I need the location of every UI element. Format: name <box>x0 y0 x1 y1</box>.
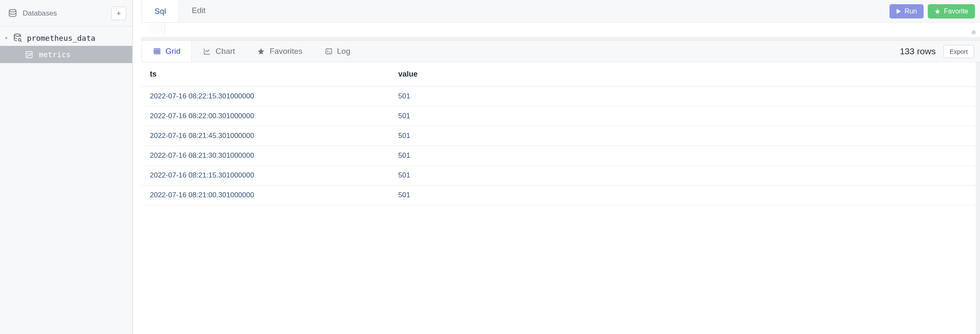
svg-point-1 <box>14 34 21 37</box>
results-header: Grid Chart Favorites <box>141 40 980 62</box>
cell-ts: 2022-07-16 08:21:45.301000000 <box>141 126 390 146</box>
results-tab-chart[interactable]: Chart <box>192 41 246 62</box>
tab-sql[interactable]: Sql <box>142 0 179 22</box>
main-panel: Sql Edit Run Favorite <box>133 0 980 334</box>
terminal-icon <box>325 48 333 55</box>
run-button-label: Run <box>905 8 917 15</box>
play-icon <box>896 9 901 14</box>
top-toolbar: Sql Edit Run Favorite <box>141 0 980 23</box>
add-database-button[interactable]: + <box>111 7 126 20</box>
table-row[interactable]: 2022-07-16 08:21:45.301000000501 <box>141 126 976 146</box>
tree-child-label: metrics <box>39 50 71 59</box>
sidebar-header-left: Databases <box>8 9 57 18</box>
favorite-button[interactable]: Favorite <box>928 4 975 19</box>
cell-value: 501 <box>390 186 976 205</box>
tree-node-database[interactable]: ▼ prometheus_data <box>0 30 132 46</box>
results-table: ts value 2022-07-16 08:22:15.30100000050… <box>141 62 976 205</box>
favorite-button-label: Favorite <box>944 8 968 15</box>
table-row[interactable]: 2022-07-16 08:21:00.301000000501 <box>141 186 976 205</box>
results-tabs: Grid Chart Favorites <box>141 41 361 62</box>
cell-value: 501 <box>390 126 976 146</box>
table-row[interactable]: 2022-07-16 08:22:15.301000000501 <box>141 87 976 106</box>
tab-edit[interactable]: Edit <box>179 0 218 22</box>
svg-rect-5 <box>326 49 332 54</box>
cell-ts: 2022-07-16 08:22:00.301000000 <box>141 106 390 126</box>
database-tree: ▼ prometheus_data <box>0 27 132 63</box>
column-header[interactable]: ts <box>141 62 390 87</box>
cell-value: 501 <box>390 87 976 106</box>
cell-value: 501 <box>390 146 976 166</box>
chevron-down-icon: ▼ <box>4 36 8 40</box>
database-stack-icon <box>8 9 18 18</box>
cell-ts: 2022-07-16 08:21:15.301000000 <box>141 166 390 186</box>
table-header-row: ts value <box>141 62 976 87</box>
sql-editor-area[interactable] <box>141 23 980 40</box>
sidebar-title: Databases <box>23 9 57 18</box>
cell-ts: 2022-07-16 08:21:30.301000000 <box>141 146 390 166</box>
results-tab-grid[interactable]: Grid <box>142 41 192 62</box>
cell-value: 501 <box>390 106 976 126</box>
tree-node-label: prometheus_data <box>27 34 96 42</box>
results-table-wrap[interactable]: ts value 2022-07-16 08:22:15.30100000050… <box>141 62 980 334</box>
export-button[interactable]: Export <box>943 45 974 58</box>
editor-status-dot-icon <box>972 30 976 34</box>
svg-rect-4 <box>154 49 160 54</box>
results-header-right: 133 rows Export <box>900 41 980 62</box>
results-tab-favorites[interactable]: Favorites <box>246 41 313 62</box>
editor-tabs: Sql Edit <box>142 0 218 22</box>
row-count-label: 133 rows <box>900 46 935 56</box>
editor-gutter <box>148 23 165 34</box>
column-header[interactable]: value <box>390 62 976 87</box>
table-row[interactable]: 2022-07-16 08:21:30.301000000501 <box>141 146 976 166</box>
database-search-icon <box>13 33 23 42</box>
results-tab-label: Grid <box>165 47 181 56</box>
results-tab-log[interactable]: Log <box>314 41 362 62</box>
grid-icon <box>153 48 161 55</box>
star-outline-icon <box>257 48 265 55</box>
app-root: Databases + ▼ promet <box>0 0 980 334</box>
plus-icon: + <box>117 9 121 18</box>
svg-point-0 <box>9 10 16 12</box>
toolbar-actions: Run Favorite <box>889 0 975 22</box>
run-button[interactable]: Run <box>889 4 924 19</box>
cell-value: 501 <box>390 166 976 186</box>
sidebar-header: Databases + <box>0 0 132 27</box>
table-row[interactable]: 2022-07-16 08:21:15.301000000501 <box>141 166 976 186</box>
results-tab-label: Favorites <box>269 47 302 56</box>
results-tab-label: Chart <box>216 47 235 56</box>
chart-icon <box>203 48 211 55</box>
svg-point-2 <box>19 39 21 41</box>
sidebar: Databases + ▼ promet <box>0 0 133 334</box>
svg-rect-3 <box>26 51 32 58</box>
cell-ts: 2022-07-16 08:22:15.301000000 <box>141 87 390 106</box>
table-row[interactable]: 2022-07-16 08:22:00.301000000501 <box>141 106 976 126</box>
results-tab-label: Log <box>337 47 351 56</box>
tree-node-table[interactable]: metrics <box>0 46 132 63</box>
table-chart-icon <box>24 50 34 59</box>
star-icon <box>935 8 940 14</box>
cell-ts: 2022-07-16 08:21:00.301000000 <box>141 186 390 205</box>
